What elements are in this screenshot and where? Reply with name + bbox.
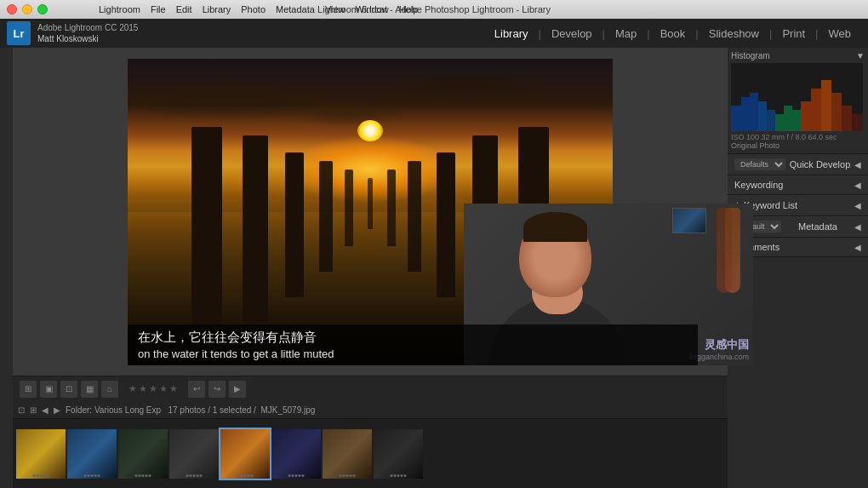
keywording-header[interactable]: Keywording ◀: [728, 175, 868, 194]
traffic-lights: [7, 4, 48, 14]
filmstrip-thumb-4[interactable]: [169, 429, 219, 479]
menu-lightroom[interactable]: Lightroom: [99, 4, 140, 14]
filmstrip-nav-bar: ⊡ ⊞ ◀ ▶ Folder: Various Long Exp 17 phot…: [13, 401, 728, 418]
nav-arrow-right[interactable]: ▶: [54, 405, 60, 415]
histogram-info: ISO 100 32 mm f / 8.0 64.0 sec: [731, 133, 865, 141]
menu-edit[interactable]: Edit: [176, 4, 192, 14]
filmstrip-thumb-6[interactable]: [271, 429, 321, 479]
keywording-section: Keywording ◀: [728, 175, 868, 195]
svg-rect-10: [821, 80, 831, 131]
thumb-dots-3: [135, 474, 151, 477]
histogram-header: Histogram ▼: [731, 51, 865, 60]
close-button[interactable]: [7, 4, 17, 14]
nav-print[interactable]: Print: [772, 19, 815, 48]
rotate-btn[interactable]: ↩: [188, 381, 205, 398]
star-5[interactable]: ★: [169, 383, 178, 394]
slideshow-btn[interactable]: ▶: [229, 381, 246, 398]
filmstrip: [13, 418, 728, 488]
quick-develop-arrow-icon[interactable]: ◀: [854, 160, 861, 169]
original-photo-link[interactable]: Original Photo: [731, 141, 865, 150]
svg-rect-4: [767, 110, 775, 131]
star-rating[interactable]: ★ ★ ★ ★ ★: [128, 383, 178, 394]
grid-view-btn[interactable]: ⊞: [20, 381, 37, 398]
thumb-dots-8: [391, 474, 407, 477]
svg-rect-0: [731, 106, 741, 131]
comments-arrow-icon[interactable]: ◀: [854, 243, 861, 252]
filmstrip-thumb-2[interactable]: [67, 429, 117, 479]
quick-develop-header[interactable]: Defaults Quick Develop ◀: [728, 154, 868, 175]
nav-web[interactable]: Web: [819, 19, 862, 48]
nav-slideshow[interactable]: Slideshow: [699, 19, 769, 48]
toolbar: ⊞ ▣ ⊡ ▦ ⌂ ★ ★ ★ ★ ★ ↩ ↪ ▶: [13, 376, 728, 401]
menu-file[interactable]: File: [151, 4, 166, 14]
people-view-btn[interactable]: ⌂: [101, 381, 118, 398]
thumb-dots-7: [340, 474, 356, 477]
histogram-canvas: [731, 63, 863, 131]
lr-user: Matt Kloskowski: [37, 33, 138, 44]
person-hair: [523, 212, 587, 242]
metadata-label: Metadata: [798, 221, 837, 232]
menu-photo[interactable]: Photo: [241, 4, 266, 14]
filmstrip-thumb-7[interactable]: [323, 429, 372, 479]
center-area: 在水上，它往往会变得有点静音 on the water it tends to …: [13, 48, 728, 488]
nav-arrow-left[interactable]: ◀: [42, 405, 49, 415]
svg-rect-13: [852, 114, 863, 131]
svg-rect-3: [758, 101, 767, 131]
histogram-collapse-icon[interactable]: ▼: [856, 51, 865, 60]
keywording-arrow-icon[interactable]: ◀: [854, 181, 861, 190]
photo-area: 在水上，它往往会变得有点静音 on the water it tends to …: [13, 48, 728, 376]
star-1[interactable]: ★: [128, 383, 137, 394]
thumb-dots-2: [84, 474, 100, 477]
quick-develop-preset-select[interactable]: Defaults: [734, 158, 785, 170]
compare-view-btn[interactable]: ⊡: [60, 381, 77, 398]
filmstrip-thumb-1[interactable]: [16, 429, 66, 479]
folder-info: Folder: Various Long Exp 17 photos / 1 s…: [66, 405, 315, 415]
guitar2-icon: [717, 208, 732, 293]
svg-rect-5: [775, 114, 784, 131]
keywording-label: Keywording: [734, 180, 783, 190]
main-layout: 在水上，它往往会变得有点静音 on the water it tends to …: [0, 48, 868, 488]
title-bar: Lightroom File Edit Library Photo Metada…: [0, 0, 868, 19]
loupe-view-btn[interactable]: ▣: [40, 381, 57, 398]
subtitle-area: 在水上，它往往会变得有点静音 on the water it tends to …: [128, 324, 698, 365]
left-panel: [0, 48, 13, 488]
histogram-details: ISO 100 32 mm f / 8.0 64.0 sec: [731, 133, 837, 141]
nav-develop[interactable]: Develop: [541, 19, 602, 48]
quick-develop-label: Quick Develop: [790, 159, 851, 169]
watermark-url: lingganchina.com: [689, 353, 749, 361]
thumb-dots-5: [237, 474, 254, 477]
window-title: Lightroom 6.lrcat - Adobe Photoshop Ligh…: [317, 4, 551, 14]
star-4[interactable]: ★: [159, 383, 168, 394]
menu-metadata[interactable]: Metadata: [276, 4, 315, 14]
maximize-button[interactable]: [37, 4, 48, 14]
filmstrip-thumb-3[interactable]: [118, 429, 168, 479]
watermark-logo: 灵感中国: [689, 337, 749, 353]
thumb-dots-4: [186, 474, 203, 477]
nav-arrows-left: ⊡: [18, 405, 25, 415]
nav-grid-icon: ⊞: [30, 405, 37, 415]
svg-rect-9: [811, 89, 821, 131]
thumb-dots-6: [288, 474, 305, 477]
photo-wrapper: 在水上，它往往会变得有点静音 on the water it tends to …: [128, 59, 613, 365]
thumb-dots-1: [33, 474, 49, 477]
star-3[interactable]: ★: [149, 383, 157, 394]
svg-rect-6: [784, 106, 792, 131]
nav-book[interactable]: Book: [650, 19, 696, 48]
svg-rect-12: [842, 106, 852, 131]
nav-library[interactable]: Library: [484, 19, 539, 48]
svg-rect-7: [792, 110, 801, 131]
subtitle-zh: 在水上，它往往会变得有点静音: [138, 330, 688, 346]
svg-rect-2: [750, 93, 758, 131]
keyword-list-arrow-icon[interactable]: ◀: [854, 201, 861, 210]
menu-library[interactable]: Library: [203, 4, 231, 14]
survey-view-btn[interactable]: ▦: [81, 381, 98, 398]
metadata-arrow-icon[interactable]: ◀: [854, 222, 861, 232]
rotate-right-btn[interactable]: ↪: [208, 381, 226, 398]
filmstrip-thumb-5-selected[interactable]: [220, 429, 270, 479]
lr-topbar: Lr Adobe Lightroom CC 2015 Matt Kloskows…: [0, 19, 868, 48]
filmstrip-thumb-8[interactable]: [374, 429, 423, 479]
minimize-button[interactable]: [22, 4, 32, 14]
histogram-panel: Histogram ▼: [728, 48, 868, 154]
star-2[interactable]: ★: [139, 383, 147, 394]
nav-map[interactable]: Map: [605, 19, 647, 48]
